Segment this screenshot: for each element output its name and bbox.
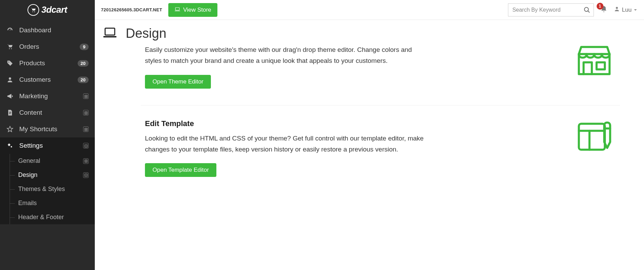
svg-point-7 <box>11 146 12 147</box>
brand-name: 3dcart <box>41 4 67 15</box>
card-description: Easily customize your website's theme wi… <box>145 44 430 67</box>
minus-icon: ⊟ <box>83 143 89 148</box>
sidebar-item-label: My Shortcuts <box>19 125 83 133</box>
svg-point-5 <box>9 77 11 80</box>
topbar: 720126265605.3DCART.NET View Store 1 Luu <box>95 0 644 20</box>
sidebar-item-label: Marketing <box>19 92 83 100</box>
card-edit-template: Edit Template Looking to edit the HTML a… <box>141 105 620 194</box>
svg-rect-8 <box>176 8 179 10</box>
chevron-down-icon <box>634 7 637 13</box>
sidebar-badge: 20 <box>78 60 89 67</box>
brand-logo[interactable]: 3dcart <box>0 0 95 20</box>
plus-icon: ⊞ <box>83 110 89 115</box>
page-title: Design <box>126 26 166 41</box>
notifications-badge: 1 <box>597 3 603 10</box>
svg-point-4 <box>8 61 9 63</box>
sidebar-item-orders[interactable]: Orders 9 <box>0 38 95 55</box>
notifications-button[interactable]: 1 <box>600 5 608 14</box>
search-icon[interactable] <box>584 7 590 13</box>
main-content: Design Theme Editor Easily customize you… <box>95 20 644 270</box>
view-store-button[interactable]: View Store <box>168 3 217 17</box>
svg-point-0 <box>33 11 33 12</box>
sidebar-badge: 20 <box>78 77 89 83</box>
sidebar-item-dashboard[interactable]: Dashboard <box>0 22 95 38</box>
sidebar-item-label: Orders <box>19 43 80 50</box>
sidebar-item-label: Design <box>18 171 83 179</box>
sidebar-item-label: Themes & Styles <box>18 185 89 193</box>
sidebar-subitem-emails[interactable]: Emails <box>10 196 95 210</box>
svg-rect-14 <box>579 124 605 150</box>
tag-icon <box>5 60 14 67</box>
card-description: Looking to edit the HTML and CSS of your… <box>145 133 430 155</box>
file-icon <box>5 109 14 116</box>
sidebar-item-label: Products <box>19 59 78 67</box>
search-input[interactable] <box>508 3 594 16</box>
sidebar-badge: 9 <box>80 44 89 50</box>
card-title: Edit Template <box>145 119 430 128</box>
svg-rect-12 <box>103 36 116 37</box>
open-theme-editor-button[interactable]: Open Theme Editor <box>145 75 211 89</box>
svg-point-3 <box>11 48 12 49</box>
sidebar-subitem-design[interactable]: Design ⊟ <box>10 168 95 182</box>
template-icon <box>575 118 617 157</box>
laptop-icon <box>174 7 180 13</box>
laptop-icon <box>103 27 117 40</box>
sidebar-item-label: Dashboard <box>19 26 89 34</box>
settings-submenu: General ⊞ Design ⊟ Themes & Styles Email… <box>0 154 95 224</box>
sidebar-subitem-themes[interactable]: Themes & Styles <box>10 182 95 196</box>
open-template-editor-button[interactable]: Open Template Editor <box>145 163 216 177</box>
button-label: View Store <box>183 7 211 13</box>
dashboard-icon <box>5 27 14 34</box>
svg-rect-11 <box>105 28 115 35</box>
sidebar-item-shortcuts[interactable]: My Shortcuts ⊞ <box>0 121 95 137</box>
svg-rect-13 <box>597 62 605 69</box>
sidebar-subitem-general[interactable]: General ⊞ <box>10 154 95 168</box>
main-nav: Dashboard Orders 9 Products 20 Customers… <box>0 20 95 224</box>
sidebar-item-content[interactable]: Content ⊞ <box>0 104 95 121</box>
minus-icon: ⊟ <box>83 172 89 178</box>
sidebar-item-label: Content <box>19 109 83 116</box>
plus-icon: ⊞ <box>83 93 89 99</box>
sidebar-item-label: Emails <box>18 200 89 207</box>
sidebar-item-label: General <box>18 157 83 165</box>
sidebar-item-label: Header & Footer <box>18 214 89 221</box>
svg-point-10 <box>616 7 618 9</box>
svg-point-1 <box>34 11 35 12</box>
star-icon <box>5 126 14 133</box>
svg-point-2 <box>9 48 10 49</box>
cart-icon <box>27 4 39 16</box>
user-icon <box>614 6 620 14</box>
sidebar-subitem-header-footer[interactable]: Header & Footer <box>10 210 95 224</box>
bullhorn-icon <box>5 93 14 100</box>
user-icon <box>5 76 14 83</box>
user-name: Luu <box>622 7 632 13</box>
storefront-icon <box>575 42 617 81</box>
search-box[interactable] <box>508 3 594 16</box>
user-menu[interactable]: Luu <box>614 6 637 14</box>
sidebar-item-label: Settings <box>19 142 83 149</box>
store-domain: 720126265605.3DCART.NET <box>101 7 162 12</box>
cart-icon <box>5 43 14 50</box>
page-heading: Design <box>103 26 630 41</box>
sidebar: 3dcart Dashboard Orders 9 Products 20 <box>0 0 95 270</box>
card-theme-editor: Theme Editor Easily customize your websi… <box>141 44 620 105</box>
plus-icon: ⊞ <box>83 158 89 164</box>
sidebar-item-customers[interactable]: Customers 20 <box>0 71 95 88</box>
sidebar-item-label: Customers <box>19 76 78 83</box>
sidebar-item-marketing[interactable]: Marketing ⊞ <box>0 88 95 104</box>
plus-icon: ⊞ <box>83 126 89 132</box>
sidebar-item-settings[interactable]: Settings ⊟ <box>0 137 95 154</box>
svg-point-9 <box>584 7 588 11</box>
cogs-icon <box>5 142 14 149</box>
sidebar-item-products[interactable]: Products 20 <box>0 55 95 71</box>
